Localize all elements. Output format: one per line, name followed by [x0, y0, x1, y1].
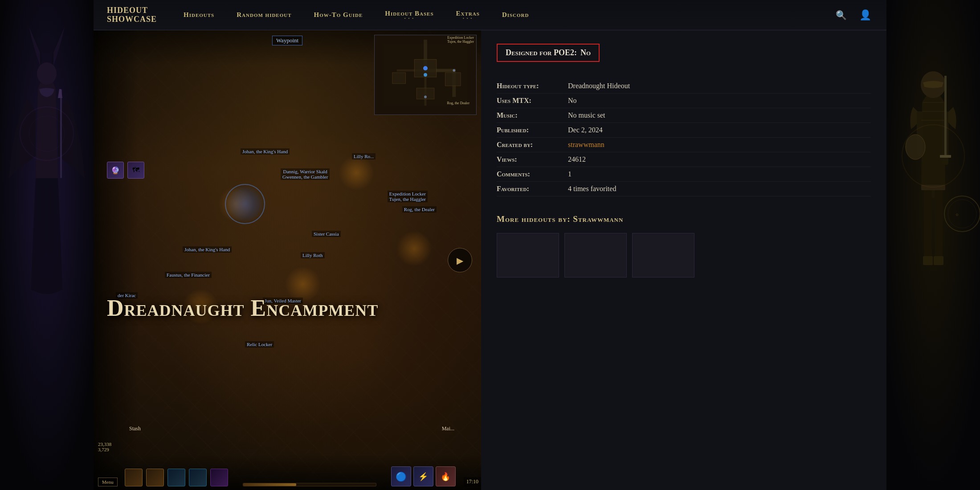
more-hideout-thumb-3[interactable] [632, 233, 694, 278]
svg-rect-15 [924, 190, 932, 261]
flask-1[interactable] [125, 469, 143, 486]
torch-glow-3 [396, 231, 432, 266]
search-button[interactable]: 🔍 [834, 8, 849, 22]
svg-rect-17 [923, 256, 933, 265]
npc-lilly-partial: Lilly Ro... [352, 153, 376, 159]
menu-area: Menu [98, 478, 118, 486]
info-row-type: Hideout type: Dreadnought Hideout [497, 79, 871, 94]
left-character-panel [0, 0, 94, 490]
svg-text:⚙: ⚙ [956, 213, 959, 217]
left-vignette [94, 30, 138, 490]
minimap-inner: Expedition LockerTujen, the Haggler Rog,… [375, 35, 476, 114]
hud-center [232, 483, 388, 486]
more-hideouts-title: More hideouts by: Strawwmann [497, 214, 871, 224]
mtx-label: Uses MTX: [497, 97, 568, 105]
inventory-icons: 🔮 🗺 [107, 162, 144, 179]
nav-random-hideout[interactable]: Random hideout [237, 11, 291, 19]
skill-icons: 🔵 ⚡ 🔥 [391, 466, 456, 486]
nav-howto-guide[interactable]: How-To Guide [314, 11, 363, 19]
npc-dannig: Dannig, Warrior SkaldGwennen, the Gamble… [281, 168, 330, 180]
navbar: Hideout Showcase Hideouts Random hideout… [94, 0, 886, 30]
user-profile-button[interactable]: 👤 [858, 8, 873, 23]
info-panel: Designed for POE2: No Hideout type: Drea… [481, 30, 886, 490]
hideout-title-overlay: Dreadnaught Encampment [107, 295, 378, 321]
stat-overlay: 23,338 3,729 [98, 441, 111, 452]
favorited-value: 4 times favorited [568, 185, 616, 193]
flask-3[interactable] [167, 469, 185, 486]
main-container: Hideout Showcase Hideouts Random hideout… [94, 0, 886, 490]
npc-johan: Johan, the King's Hand [241, 148, 290, 155]
skill-icon-3[interactable]: 🔥 [436, 466, 456, 486]
poe2-label: Designed for POE2: [506, 48, 577, 57]
inv-icon-2[interactable]: 🗺 [127, 162, 144, 179]
svg-point-29 [424, 73, 427, 77]
svg-rect-10 [944, 76, 947, 156]
info-row-comments: Comments: 1 [497, 167, 871, 182]
nav-hideout-bases[interactable]: Hideout Bases • • • [385, 10, 433, 20]
type-label: Hideout type: [497, 82, 568, 90]
flask-5[interactable] [210, 469, 228, 486]
npc-faustus: Faustus, the Financier [165, 272, 212, 278]
nav-extras[interactable]: Extras • • • [456, 10, 480, 20]
flask-2[interactable] [146, 469, 164, 486]
views-label: Views: [497, 155, 568, 163]
right-character-svg: ⚙ [886, 0, 980, 490]
game-hud: Menu 🔵 [94, 454, 481, 490]
svg-point-28 [423, 66, 428, 70]
svg-rect-26 [445, 73, 461, 86]
logo[interactable]: Hideout Showcase [107, 6, 157, 24]
npc-sister-cassia: Sister Cassia [312, 231, 341, 237]
nav-hideouts[interactable]: Hideouts [184, 11, 214, 19]
poe2-section: Designed for POE2: No [497, 44, 871, 71]
comments-label: Comments: [497, 170, 568, 178]
svg-rect-11 [940, 155, 951, 158]
game-time: 17:10 [464, 477, 481, 486]
svg-point-13 [906, 135, 925, 159]
logo-line2: Showcase [107, 15, 157, 24]
map-label: Mai... [442, 425, 454, 432]
mtx-value: No [568, 97, 577, 105]
comments-value: 1 [568, 170, 572, 178]
info-row-published: Published: Dec 2, 2024 [497, 123, 871, 138]
right-character-panel: ⚙ [886, 0, 980, 490]
info-row-created: Created by: strawwmann [497, 138, 871, 152]
published-value: Dec 2, 2024 [568, 126, 603, 134]
waypoint-circle [225, 184, 265, 224]
nav-discord[interactable]: Discord [502, 11, 529, 19]
npc-expedition: Expedition LockerTujen, the Haggler [388, 191, 428, 202]
stat-line1: 23,338 [98, 441, 111, 447]
skill-icon-1[interactable]: 🔵 [391, 466, 411, 486]
inv-icon-1[interactable]: 🔮 [107, 162, 124, 179]
hideout-title: Dreadnaught Encampment [107, 295, 378, 321]
poe2-badge: Designed for POE2: No [497, 44, 600, 62]
minimap-overlay: Expedition LockerTujen, the Haggler Rog,… [374, 35, 477, 115]
waypoint-label: Waypoint [272, 36, 302, 45]
music-label: Music: [497, 111, 568, 119]
next-image-button[interactable]: ▶ [448, 248, 472, 273]
npc-relic-locker: Relic Locker [245, 341, 274, 347]
music-value: No music set [568, 111, 605, 119]
stash-label: Stash [129, 425, 141, 432]
svg-rect-16 [935, 190, 943, 261]
menu-button[interactable]: Menu [98, 478, 118, 486]
svg-point-31 [424, 95, 427, 98]
type-value: Dreadnought Hideout [568, 82, 630, 90]
hideout-bases-dots: • • • [404, 16, 414, 20]
left-character-svg [0, 0, 94, 490]
svg-rect-18 [934, 256, 943, 265]
torch-glow-2 [339, 155, 374, 191]
favorited-label: Favorited: [497, 185, 568, 193]
more-hideout-thumb-1[interactable] [497, 233, 559, 278]
svg-rect-4 [60, 89, 62, 178]
created-value[interactable]: strawwmann [568, 141, 604, 149]
npc-rog: Rog, the Dealer [402, 206, 437, 212]
created-label: Created by: [497, 141, 568, 149]
nav-icons: 🔍 👤 [834, 8, 873, 23]
exp-bar [243, 483, 376, 486]
info-row-views: Views: 24612 [497, 152, 871, 167]
skill-icon-2[interactable]: ⚡ [413, 466, 433, 486]
npc-johan-2: Johan, the King's Hand [183, 246, 232, 253]
flask-4[interactable] [189, 469, 207, 486]
game-screenshot: Waypoint [94, 30, 481, 490]
more-hideout-thumb-2[interactable] [564, 233, 627, 278]
